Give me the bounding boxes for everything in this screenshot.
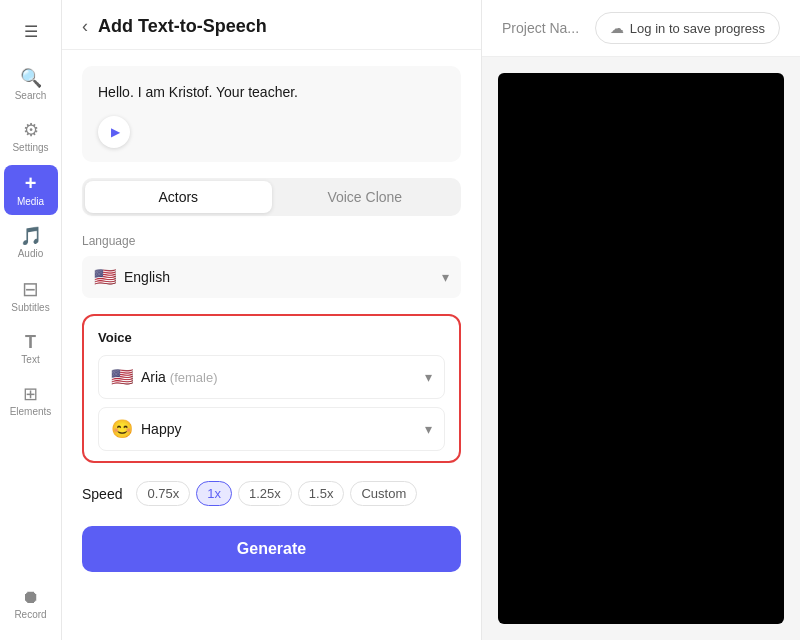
speed-btn-075[interactable]: 0.75x [136,481,190,506]
project-name: Project Na... [502,20,579,36]
sidebar-item-settings[interactable]: ⚙ Settings [4,113,58,161]
sidebar-item-audio[interactable]: 🎵 Audio [4,219,58,267]
sidebar-item-label: Text [21,354,39,365]
subtitles-icon: ⊟ [22,279,39,299]
tab-group: Actors Voice Clone [82,178,461,216]
sidebar-item-subtitles[interactable]: ⊟ Subtitles [4,271,58,321]
canvas-area [498,73,784,624]
plus-icon: + [25,173,37,193]
audio-icon: 🎵 [20,227,42,245]
elements-icon: ⊞ [23,385,38,403]
play-button[interactable]: ▶ [98,116,130,148]
speed-options: 0.75x 1x 1.25x 1.5x Custom [136,481,417,506]
sidebar-item-label: Search [15,90,47,101]
text-icon: T [25,333,36,351]
tab-voice-clone[interactable]: Voice Clone [272,181,459,213]
record-icon: ⏺ [22,588,40,606]
voice-section: Voice 🇺🇸 Aria (female) ▾ 😊 Happy ▾ [82,314,461,463]
login-label: Log in to save progress [630,21,765,36]
chevron-down-icon: ▾ [425,421,432,437]
panel-header: ‹ Add Text-to-Speech [62,0,481,50]
voice-section-label: Voice [98,330,445,345]
language-flag: 🇺🇸 [94,266,116,288]
hamburger-icon: ☰ [24,22,38,41]
login-button[interactable]: ☁ Log in to save progress [595,12,780,44]
play-icon: ▶ [111,125,120,139]
cloud-icon: ☁ [610,20,624,36]
sidebar-item-record[interactable]: ⏺ Record [4,580,58,628]
voice-mood-left: 😊 Happy [111,418,181,440]
voice-name-left: 🇺🇸 Aria (female) [111,366,217,388]
sidebar-item-elements[interactable]: ⊞ Elements [4,377,58,425]
panel-content: Hello. I am Kristof. Your teacher. ▶ Act… [62,50,481,640]
sidebar-item-label: Record [14,609,46,620]
panel-title: Add Text-to-Speech [98,16,267,37]
speed-label: Speed [82,486,122,502]
speed-btn-15[interactable]: 1.5x [298,481,345,506]
voice-mood-text: Happy [141,421,181,437]
sidebar-item-search[interactable]: 🔍 Search [4,61,58,109]
search-icon: 🔍 [20,69,42,87]
chevron-down-icon: ▾ [442,269,449,285]
sidebar-item-label: Subtitles [11,302,49,313]
sidebar-item-label: Media [17,196,44,207]
speed-row: Speed 0.75x 1x 1.25x 1.5x Custom [82,481,461,506]
generate-button[interactable]: Generate [82,526,461,572]
back-button[interactable]: ‹ [82,16,88,37]
voice-mood-selector[interactable]: 😊 Happy ▾ [98,407,445,451]
sidebar: ☰ 🔍 Search ⚙ Settings + Media 🎵 Audio ⊟ … [0,0,62,640]
sidebar-item-text[interactable]: T Text [4,325,58,373]
language-text: English [124,269,170,285]
settings-icon: ⚙ [23,121,39,139]
mood-emoji: 😊 [111,418,133,440]
text-preview-box: Hello. I am Kristof. Your teacher. ▶ [82,66,461,162]
text-content: Hello. I am Kristof. Your teacher. [98,84,445,100]
sidebar-item-media[interactable]: + Media [4,165,58,215]
chevron-down-icon: ▾ [425,369,432,385]
language-label: Language [82,234,461,248]
speed-btn-custom[interactable]: Custom [350,481,417,506]
hamburger-menu[interactable]: ☰ [4,12,58,51]
speed-btn-125[interactable]: 1.25x [238,481,292,506]
right-panel: Project Na... ☁ Log in to save progress [482,0,800,640]
sidebar-item-label: Audio [18,248,44,259]
main-panel: ‹ Add Text-to-Speech Hello. I am Kristof… [62,0,482,640]
voice-flag: 🇺🇸 [111,366,133,388]
top-bar: Project Na... ☁ Log in to save progress [482,0,800,57]
language-value: 🇺🇸 English [94,266,170,288]
sidebar-item-label: Settings [12,142,48,153]
voice-name-selector[interactable]: 🇺🇸 Aria (female) ▾ [98,355,445,399]
speed-btn-1[interactable]: 1x [196,481,232,506]
voice-name-text: Aria (female) [141,369,217,385]
sidebar-item-label: Elements [10,406,52,417]
language-selector[interactable]: 🇺🇸 English ▾ [82,256,461,298]
tab-actors[interactable]: Actors [85,181,272,213]
